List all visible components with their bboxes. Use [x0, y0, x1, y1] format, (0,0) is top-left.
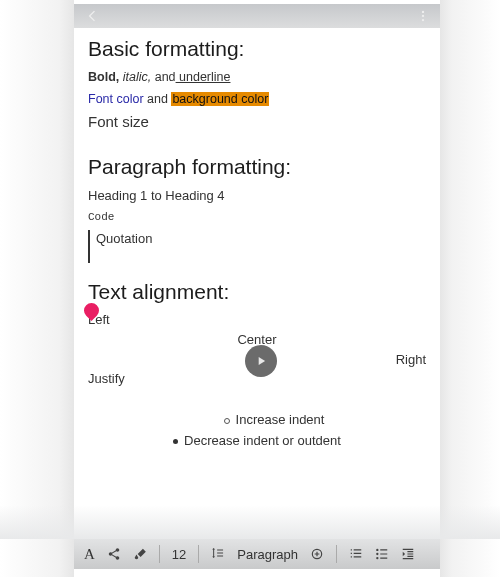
svg-point-0	[422, 11, 424, 13]
text-format-button[interactable]: A	[84, 546, 95, 563]
editor-surface: Basic formatting: Bold, italic, and unde…	[74, 4, 440, 573]
heading-basic: Basic formatting:	[88, 34, 426, 64]
font-color-sample: Font color	[88, 92, 144, 106]
numbered-list-icon[interactable]	[349, 547, 363, 561]
top-app-bar	[74, 4, 440, 28]
underline-sample: underline	[176, 70, 231, 84]
back-icon[interactable]	[84, 8, 100, 24]
increase-indent-label: Increase indent	[236, 411, 325, 430]
more-vert-icon[interactable]	[416, 9, 430, 23]
increase-indent-row: Increase indent	[88, 411, 426, 430]
document-body[interactable]: Basic formatting: Bold, italic, and unde…	[74, 28, 440, 451]
line-spacing-icon[interactable]	[211, 547, 225, 561]
svg-point-4	[376, 549, 378, 551]
align-left-sample: Left	[88, 311, 426, 330]
svg-point-6	[376, 557, 378, 559]
format-toolbar: A 12 Paragraph	[74, 539, 440, 569]
paragraph-style-select[interactable]: Paragraph	[237, 547, 298, 562]
share-icon[interactable]	[107, 547, 121, 561]
heading-alignment: Text alignment:	[88, 277, 426, 307]
headings-sample: Heading 1 to Heading 4	[88, 187, 426, 206]
italic-sample: italic,	[123, 70, 151, 84]
fill-color-icon[interactable]	[133, 547, 147, 561]
insert-icon[interactable]	[310, 547, 324, 561]
background-color-sample: background color	[171, 92, 269, 106]
svg-point-5	[376, 553, 378, 555]
outdent-icon[interactable]	[401, 547, 415, 561]
bullet-solid-icon	[173, 439, 178, 444]
code-sample: Code	[88, 210, 426, 226]
font-size-sample: Font size	[88, 111, 426, 133]
quotation-tail	[88, 249, 426, 263]
heading-paragraph: Paragraph formatting:	[88, 152, 426, 182]
basic-line-styles: Bold, italic, and underline	[88, 68, 426, 86]
indent-samples: Increase indent Decrease indent or outde…	[88, 411, 426, 451]
text-and2: and	[147, 92, 168, 106]
decrease-indent-label: Decrease indent or outdent	[184, 432, 341, 451]
bullet-list-icon[interactable]	[375, 547, 389, 561]
play-button[interactable]	[245, 345, 277, 377]
font-size-value[interactable]: 12	[172, 547, 186, 562]
text-and: and	[155, 70, 176, 84]
basic-line-colors: Font color and background color	[88, 90, 426, 108]
svg-point-1	[422, 15, 424, 17]
quotation-sample: Quotation	[88, 230, 426, 249]
bold-sample: Bold,	[88, 70, 119, 84]
bullet-open-icon	[224, 418, 230, 424]
decrease-indent-row: Decrease indent or outdent	[88, 432, 426, 451]
svg-point-2	[422, 19, 424, 21]
